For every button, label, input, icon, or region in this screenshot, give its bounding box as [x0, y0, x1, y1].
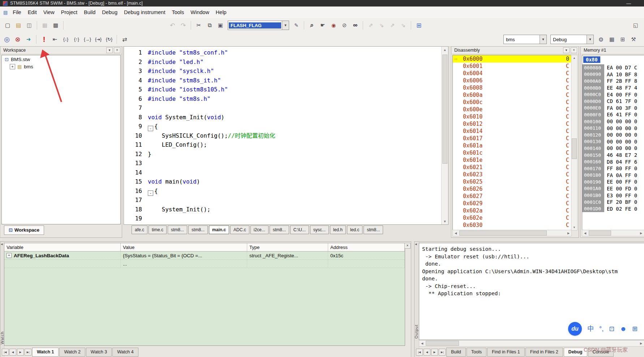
disassembly-row[interactable]: 0x601aC	[453, 142, 571, 149]
memory-row[interactable]: 0000B0EE 48 F7 4	[582, 85, 644, 91]
settings-icon[interactable]: ⚙	[596, 34, 606, 44]
menu-item-file[interactable]: File	[9, 8, 24, 17]
file-tab-stm8-12[interactable]: stm8...	[364, 225, 383, 234]
scroll-right-icon[interactable]: ▶	[638, 230, 644, 236]
disassembly-horizontal-scrollbar[interactable]: ◀ ▶	[452, 230, 572, 236]
output-tab-tools[interactable]: Tools	[467, 348, 486, 357]
menu-item-build[interactable]: Build	[81, 8, 99, 17]
menu-item-window[interactable]: Window	[187, 8, 212, 17]
memory-tool-icon[interactable]: ▦	[606, 34, 617, 44]
disassembly-row[interactable]: 0x6010C	[453, 113, 571, 120]
watch-tab-watch-1[interactable]: Watch 1	[32, 348, 59, 357]
watch-row[interactable]: +AFEReg_LashBackData{SysStatus = {Status…	[4, 251, 405, 260]
disassembly-row[interactable]: 0x600eC	[453, 106, 571, 113]
file-tab-time-c-1[interactable]: time.c	[149, 225, 167, 234]
output-tab-find-in-files-2[interactable]: Find in Files 2	[525, 348, 563, 357]
minimize-button[interactable]: —	[626, 1, 631, 6]
insert-breakpoint-icon[interactable]: ◉	[328, 20, 339, 30]
memory-horizontal-scrollbar[interactable]: ◀ ▶	[582, 230, 644, 236]
output-tab-build[interactable]: Build	[446, 348, 466, 357]
memory-row[interactable]: 00012000 00 00 0	[582, 132, 644, 138]
scroll-left-icon[interactable]: ◀	[453, 230, 459, 236]
file-tab-stm8-2[interactable]: stm8...	[168, 225, 187, 234]
account-icon[interactable]: ☻	[620, 326, 627, 332]
quick-watch-icon[interactable]: ∞	[350, 20, 361, 30]
close-icon[interactable]: ×	[404, 243, 411, 249]
memory-row[interactable]: 000090AA 10 BF 8	[582, 71, 644, 78]
print-icon[interactable]: ▩	[50, 20, 61, 30]
memory-row[interactable]: 0001D0ED 02 FE 0	[582, 205, 644, 212]
disassembly-row[interactable]: 0x601eC	[453, 156, 571, 164]
editor-scroll-thumb[interactable]	[442, 55, 447, 164]
file-tab-i2ce-6[interactable]: i2ce...	[250, 225, 269, 234]
file-tab-adc-c-5[interactable]: ADC.c	[230, 225, 249, 234]
run-exclaim-icon[interactable]: !	[39, 34, 50, 44]
column-header-variable[interactable]: Variable	[4, 243, 121, 251]
scroll-up-icon[interactable]: ▲	[442, 47, 448, 53]
disassembly-listing[interactable]: ⇨0x600000x6001C0x6004C0x6006C0x6008C0x60…	[452, 55, 572, 231]
new-file-icon[interactable]: ▢	[2, 20, 13, 30]
disassembly-row[interactable]: 0x602eC	[453, 214, 571, 221]
watch-tab-watch-2[interactable]: Watch 2	[59, 348, 85, 357]
open-file-icon[interactable]: ▤	[13, 20, 24, 30]
chevron-down-icon[interactable]: ▼	[282, 21, 289, 30]
memory-row[interactable]: 00010000 00 00 0	[582, 118, 644, 125]
memory-row[interactable]: 00013000 00 00 0	[582, 138, 644, 145]
scroll-left-icon[interactable]: ◀	[582, 230, 588, 236]
chevron-down-icon[interactable]: ▼	[540, 35, 546, 44]
column-header-address[interactable]: Address	[328, 243, 405, 251]
menu-item-tools[interactable]: Tools	[168, 8, 187, 17]
menu-item-project[interactable]: Project	[58, 8, 81, 17]
disassembly-row[interactable]: 0x6014C	[453, 128, 571, 135]
scroll-down-icon[interactable]: ▼	[442, 218, 448, 224]
output-nav-prev-icon[interactable]: ◀	[424, 349, 430, 356]
open-workspace-icon[interactable]: ◫	[24, 20, 35, 30]
punctuation-icon[interactable]: °,	[599, 326, 604, 332]
memory-row[interactable]: 00014000 00 00 0	[582, 145, 644, 152]
tools-grid-icon[interactable]: ⊞	[632, 326, 637, 332]
memory-address-field[interactable]: 0x80	[583, 56, 600, 63]
output-nav-first-icon[interactable]: |◀	[416, 349, 423, 356]
scroll-right-icon[interactable]: ▶	[638, 340, 644, 346]
pin-menu-icon[interactable]: ▾	[563, 47, 570, 53]
column-header-value[interactable]: Value	[121, 243, 247, 251]
close-icon[interactable]: ×	[114, 47, 120, 53]
config-combo[interactable]: Debug▼	[550, 35, 594, 44]
toggle-source-asm-icon[interactable]: ⇄	[119, 34, 130, 44]
step-out-icon[interactable]: {→}	[82, 34, 93, 44]
disassembly-scroll-thumb[interactable]	[572, 138, 577, 159]
input-board-icon[interactable]: ⊡	[609, 326, 614, 332]
disassembly-row[interactable]: 0x600cC	[453, 99, 571, 106]
file-tab-stm8-7[interactable]: stm8...	[270, 225, 289, 234]
scroll-right-icon[interactable]: ▶	[566, 230, 571, 236]
disassembly-row[interactable]: 0x6023C	[453, 171, 571, 178]
memory-row[interactable]: 000080EA 00 D7 C	[582, 64, 644, 71]
disassembly-row[interactable]: 0x6017C	[453, 135, 571, 142]
editor-vertical-scrollbar[interactable]: ▲ ▼	[441, 47, 448, 224]
scroll-up-icon[interactable]: ▲	[571, 55, 577, 61]
disassembly-row[interactable]: 0x6008C	[453, 84, 571, 91]
expander-icon[interactable]: +	[10, 64, 15, 69]
code-editor[interactable]: 1#include "stm8s_conf.h"2#include "led.h…	[124, 46, 448, 225]
start-debug-icon[interactable]: ◎	[1, 34, 12, 44]
filter-expression-icon[interactable]: ✎	[291, 20, 302, 30]
watch-nav-first-icon[interactable]: |◀	[2, 349, 9, 356]
workbook-mode-icon[interactable]: ⊞	[413, 20, 424, 30]
memory-row[interactable]: 000180FA 0A FF 0	[582, 172, 644, 179]
run-to-cursor-icon[interactable]: {⇥}	[93, 34, 104, 44]
memory-view[interactable]: 0x80 000080EA 00 D7 C000090AA 10 BF 8000…	[582, 55, 644, 231]
registers-tool-icon[interactable]: ⊞	[617, 34, 628, 44]
fold-marker-icon[interactable]: -	[148, 190, 153, 196]
step-over-icon[interactable]: {↑}	[71, 34, 82, 44]
disassembly-row[interactable]: 0x6030C	[453, 221, 571, 229]
clear-breakpoints-icon[interactable]: ⊘	[339, 20, 350, 30]
find-in-files-icon[interactable]: ⌕	[306, 20, 317, 30]
file-tab-led-h-10[interactable]: led.h	[330, 225, 346, 234]
output-tab-find-in-files-1[interactable]: Find in Files 1	[487, 348, 525, 357]
continue-icon[interactable]: ➜	[23, 34, 34, 44]
flash-program-icon[interactable]: ⚒	[628, 34, 639, 44]
chinese-mode-icon[interactable]: 中	[587, 326, 594, 332]
memory-row[interactable]: 00011000 00 00 0	[582, 125, 644, 132]
side-arrow-icon[interactable]: ◀	[1, 243, 3, 246]
disassembly-row[interactable]: 0x6025C	[453, 178, 571, 185]
